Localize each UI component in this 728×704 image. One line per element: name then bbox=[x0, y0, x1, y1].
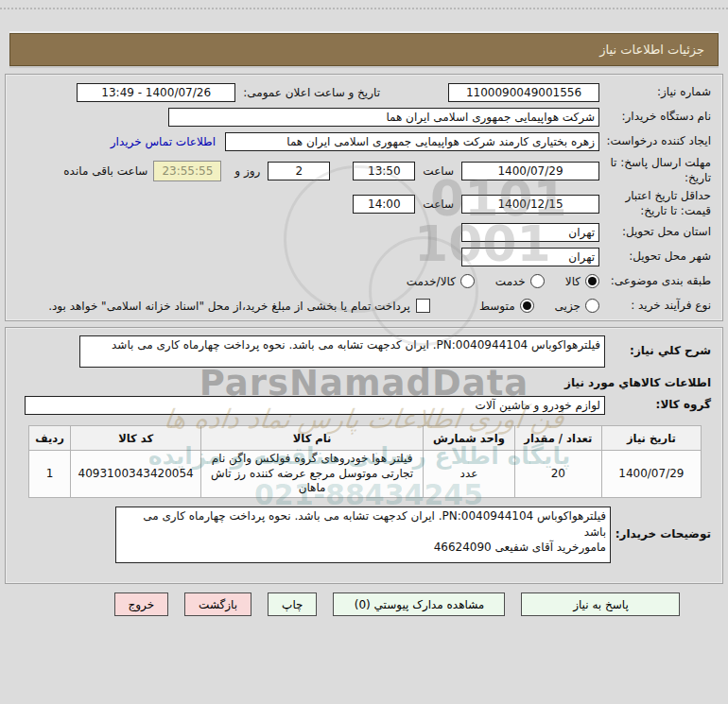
buyer-name-row: نام دستگاه خریدار: شرکت هواپیمایی جمهوری… bbox=[17, 107, 711, 127]
reply-deadline-label: مهلت ارسال پاسخ: تا تاریخ: bbox=[599, 156, 711, 185]
price-validity-label: حداقل تاریخ اعتبار قیمت: تا تاریخ: bbox=[599, 189, 711, 218]
cell-unit: عدد bbox=[424, 451, 515, 498]
reply-deadline-date-field[interactable]: 1400/07/29 bbox=[461, 162, 599, 180]
table-row: 1400/07/29 20 عدد فیلتر هوا خودروهای گرو… bbox=[29, 451, 702, 498]
request-creator-label: ایجاد کننده درخواست: bbox=[599, 134, 711, 149]
delivery-province-field[interactable]: تهران bbox=[461, 223, 599, 242]
delivery-province-row: استان محل تحویل: تهران bbox=[17, 222, 711, 242]
col-row-number: ردیف bbox=[29, 426, 71, 451]
cell-row-number: 1 bbox=[29, 451, 71, 498]
delivery-province-label: استان محل تحویل: bbox=[599, 225, 711, 240]
need-number-label: شماره نیاز: bbox=[599, 85, 711, 100]
radio-goods-label: کالا bbox=[565, 275, 581, 288]
goods-table: تاریخ نیاز تعداد / مقدار واحد شمارش نام … bbox=[28, 425, 702, 498]
radio-partial[interactable]: جزیی bbox=[555, 299, 599, 313]
radio-goods-icon[interactable] bbox=[585, 274, 599, 288]
col-goods-code: کد کالا bbox=[71, 426, 201, 451]
print-button[interactable]: چاپ bbox=[268, 592, 317, 616]
buyer-notes-field[interactable]: فیلترهواکوباس PN:0040944104. ایران کدجهت… bbox=[115, 507, 611, 563]
treasury-checkbox[interactable] bbox=[416, 299, 430, 313]
page: جزئیات اطلاعات نیاز شماره نیاز: 11000900… bbox=[0, 0, 728, 704]
validity-hour-label: ساعت bbox=[423, 197, 454, 211]
price-validity-time-field[interactable]: 14:00 bbox=[353, 195, 415, 214]
radio-service-label: خدمت bbox=[495, 275, 526, 288]
goods-table-header-row: تاریخ نیاز تعداد / مقدار واحد شمارش نام … bbox=[29, 426, 702, 451]
treasury-checkbox-label: پرداخت تمام یا بخشی از مبلغ خرید،از محل … bbox=[48, 300, 410, 313]
announce-datetime-label: تاریخ و ساعت اعلان عمومی: bbox=[243, 86, 380, 99]
process-type-row: نوع فرآیند خرید : جزیی متوسط پرداخت تمام… bbox=[17, 296, 711, 316]
classification-label: طبقه بندی موضوعی: bbox=[599, 274, 711, 289]
cell-goods-code: 4093100343420054 bbox=[71, 451, 201, 498]
need-summary-row: شرح کلي نیاز: فیلترهواکوباس PN:004094410… bbox=[17, 335, 711, 368]
radio-goods[interactable]: کالا bbox=[565, 274, 599, 288]
classification-row: طبقه بندی موضوعی: کالا خدمت کالا/خدمت bbox=[17, 271, 711, 291]
radio-partial-label: جزیی bbox=[555, 300, 581, 313]
price-validity-row: حداقل تاریخ اعتبار قیمت: تا تاریخ: 1400/… bbox=[17, 189, 711, 219]
view-attachments-button[interactable]: مشاهده مدارک پیوستي (0) bbox=[333, 592, 505, 616]
buyer-name-field[interactable]: شرکت هواپیمایی جمهوری اسلامی ایران هما bbox=[168, 108, 599, 127]
cell-quantity: 20 bbox=[514, 451, 601, 498]
goods-group-field[interactable]: لوازم خودرو و ماشین آلات bbox=[25, 396, 605, 415]
reply-deadline-time-field[interactable]: 13:50 bbox=[353, 162, 415, 180]
radio-goods-service-label: کالا/خدمت bbox=[407, 275, 456, 288]
page-title: جزئیات اطلاعات نیاز bbox=[599, 43, 704, 57]
delivery-city-label: شهر محل تحویل: bbox=[599, 249, 711, 265]
radio-medium-label: متوسط bbox=[479, 300, 515, 313]
col-quantity: تعداد / مقدار bbox=[514, 426, 601, 451]
col-goods-name: نام کالا bbox=[201, 426, 424, 451]
need-number-field[interactable]: 1100090049001556 bbox=[448, 83, 599, 102]
announce-datetime-field[interactable]: 13:49 - 1400/07/26 bbox=[77, 83, 235, 102]
radio-goods-service-icon[interactable] bbox=[460, 274, 475, 288]
buyer-name-label: نام دستگاه خریدار: bbox=[599, 110, 711, 125]
need-info-panel: شماره نیاز: 1100090049001556 تاریخ و ساع… bbox=[5, 74, 723, 321]
request-creator-field[interactable]: زهره بختیاری کارمند شرکت هواپیمایی جمهور… bbox=[225, 132, 599, 151]
buyer-notes-label: توضیحات خریدار: bbox=[611, 527, 711, 542]
need-number-row: شماره نیاز: 1100090049001556 تاریخ و ساع… bbox=[17, 82, 711, 102]
reply-deadline-row: مهلت ارسال پاسخ: تا تاریخ: 1400/07/29 سا… bbox=[17, 156, 711, 186]
process-type-label: نوع فرآیند خرید : bbox=[599, 299, 711, 314]
need-summary-label: شرح کلي نیاز: bbox=[605, 344, 711, 359]
radio-partial-icon[interactable] bbox=[585, 299, 599, 313]
radio-service-icon[interactable] bbox=[530, 274, 545, 288]
radio-medium-icon[interactable] bbox=[520, 299, 534, 313]
goods-group-label: گروه کالا: bbox=[605, 398, 711, 413]
radio-goods-service[interactable]: کالا/خدمت bbox=[407, 274, 475, 288]
goods-details-panel: شرح کلي نیاز: فیلترهواکوباس PN:004094410… bbox=[5, 327, 723, 584]
top-dotted-divider bbox=[0, 8, 728, 9]
need-summary-field[interactable]: فیلترهواکوباس PN:0040944104. ایران کدجهت… bbox=[79, 335, 605, 368]
remaining-days-field[interactable]: 2 bbox=[268, 162, 330, 180]
reply-to-need-button[interactable]: پاسخ به نیاز bbox=[521, 592, 680, 616]
buyer-contact-link[interactable]: اطلاعات تماس خریدار bbox=[111, 135, 216, 148]
radio-medium[interactable]: متوسط bbox=[479, 299, 534, 313]
cell-need-date: 1400/07/29 bbox=[601, 451, 701, 498]
cell-goods-name: فیلتر هوا خودروهای گروه فولکس واگن نام ت… bbox=[201, 451, 424, 498]
goods-section-title: اطلاعات کالاهاي مورد نیاز bbox=[19, 376, 711, 389]
days-and-label: روز و bbox=[234, 164, 260, 178]
back-button[interactable]: بازگشت bbox=[184, 592, 251, 616]
request-creator-row: ایجاد کننده درخواست: زهره بختیاری کارمند… bbox=[17, 131, 711, 151]
treasury-checkbox-group: پرداخت تمام یا بخشی از مبلغ خرید،از محل … bbox=[48, 299, 430, 313]
delivery-city-row: شهر محل تحویل: تهران bbox=[17, 247, 711, 266]
countdown-timer: 23:55:55 bbox=[153, 161, 221, 181]
col-need-date: تاریخ نیاز bbox=[601, 426, 701, 451]
deadline-hour-label: ساعت bbox=[423, 164, 454, 178]
exit-button[interactable]: خروج bbox=[114, 592, 169, 616]
col-unit: واحد شمارش bbox=[424, 426, 515, 451]
buyer-notes-row: توضیحات خریدار: فیلترهواکوباس PN:0040944… bbox=[17, 507, 711, 563]
goods-group-row: گروه کالا: لوازم خودرو و ماشین آلات bbox=[17, 396, 711, 415]
page-title-bar: جزئیات اطلاعات نیاز bbox=[9, 33, 719, 66]
radio-service[interactable]: خدمت bbox=[495, 274, 545, 288]
delivery-city-field[interactable]: تهران bbox=[461, 248, 599, 266]
hours-remaining-label: ساعت باقی مانده bbox=[63, 164, 147, 178]
price-validity-date-field[interactable]: 1400/12/15 bbox=[461, 195, 599, 214]
action-buttons: خروج بازگشت چاپ مشاهده مدارک پیوستي (0) … bbox=[33, 592, 728, 616]
